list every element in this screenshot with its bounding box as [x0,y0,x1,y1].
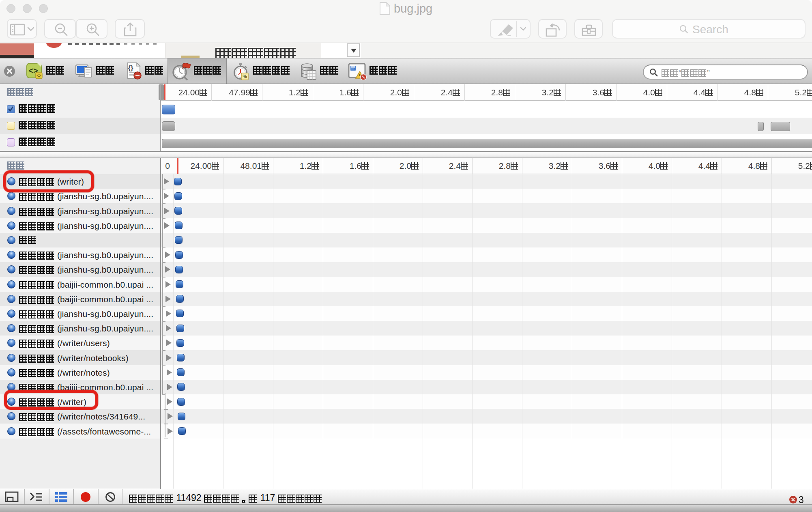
svg-text:%: % [243,74,247,80]
svg-text:<>: <> [37,73,41,78]
svg-text:{}: {} [128,64,133,72]
